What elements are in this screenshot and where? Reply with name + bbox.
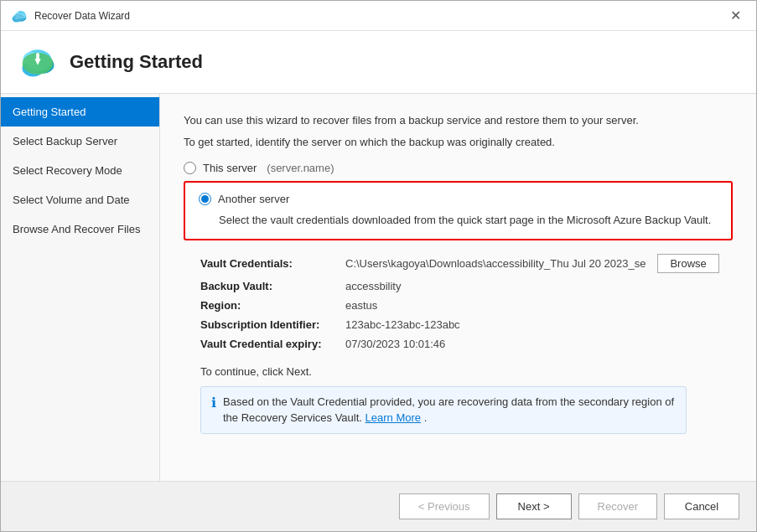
footer: < Previous Next > Recover Cancel <box>1 481 756 531</box>
server-name-value: (server.name) <box>267 162 334 174</box>
header: Getting Started <box>1 31 756 94</box>
main-layout: Getting Started Select Backup Server Sel… <box>1 94 756 481</box>
intro-line2: To get started, identify the server on w… <box>184 134 733 151</box>
vault-expiry-row: Vault Credential expiry: 07/30/2023 10:0… <box>200 338 733 350</box>
another-server-desc: Select the vault credentials downloaded … <box>219 212 718 229</box>
next-button[interactable]: Next > <box>496 493 572 519</box>
svg-rect-10 <box>36 53 39 60</box>
region-row: Region: eastus <box>200 299 733 312</box>
region-value: eastus <box>345 299 377 312</box>
region-label: Region: <box>200 299 339 312</box>
recover-button[interactable]: Recover <box>578 493 657 519</box>
svg-point-3 <box>13 14 24 21</box>
cancel-button[interactable]: Cancel <box>664 493 739 519</box>
vault-expiry-value: 07/30/2023 10:01:46 <box>345 338 445 350</box>
vault-credentials-value: C:\Users\kagoya\Downloads\accessibility_… <box>345 257 646 270</box>
intro-line1: You can use this wizard to recover files… <box>184 112 733 129</box>
previous-button[interactable]: < Previous <box>399 493 490 519</box>
title-bar: Recover Data Wizard ✕ <box>1 1 756 31</box>
credentials-table: Vault Credentials: C:\Users\kagoya\Downl… <box>200 254 733 350</box>
info-box: ℹ Based on the Vault Credential provided… <box>200 386 687 434</box>
another-server-row: Another server <box>199 193 718 205</box>
subscription-id-row: Subscription Identifier: 123abc-123abc-1… <box>200 318 733 331</box>
another-server-box: Another server Select the vault credenti… <box>184 181 733 240</box>
title-bar-left: Recover Data Wizard <box>11 8 130 24</box>
close-button[interactable]: ✕ <box>725 6 746 25</box>
sidebar-item-browse-recover-files[interactable]: Browse And Recover Files <box>1 214 159 244</box>
app-icon <box>11 8 28 24</box>
info-text-period: . <box>424 411 428 424</box>
learn-more-link[interactable]: Learn More <box>366 411 421 424</box>
subscription-id-value: 123abc-123abc-123abc <box>345 318 460 331</box>
subscription-id-label: Subscription Identifier: <box>200 318 339 331</box>
sidebar: Getting Started Select Backup Server Sel… <box>1 94 160 481</box>
another-server-label[interactable]: Another server <box>218 193 289 205</box>
another-server-radio[interactable] <box>199 193 211 205</box>
server-selection-section: This server (server.name) Another server… <box>184 162 733 434</box>
window-title: Recover Data Wizard <box>34 10 130 22</box>
sidebar-item-select-backup-server[interactable]: Select Backup Server <box>1 127 159 156</box>
vault-expiry-label: Vault Credential expiry: <box>200 338 339 350</box>
content-area: You can use this wizard to recover files… <box>160 94 756 481</box>
sidebar-item-getting-started[interactable]: Getting Started <box>1 97 159 127</box>
backup-vault-row: Backup Vault: accessbility <box>200 280 733 292</box>
browse-button[interactable]: Browse <box>657 254 718 273</box>
continue-text: To continue, click Next. <box>200 365 733 378</box>
window: Recover Data Wizard ✕ Getting Started Ge… <box>0 0 757 532</box>
this-server-row: This server (server.name) <box>184 162 733 174</box>
info-icon: ℹ <box>211 395 216 411</box>
info-text-main: Based on the Vault Credential provided, … <box>223 395 674 425</box>
sidebar-item-select-volume-date[interactable]: Select Volume and Date <box>1 185 159 214</box>
backup-vault-value: accessbility <box>345 280 401 292</box>
this-server-radio[interactable] <box>184 162 196 174</box>
this-server-label[interactable]: This server <box>203 162 257 174</box>
sidebar-item-select-recovery-mode[interactable]: Select Recovery Mode <box>1 156 159 185</box>
backup-vault-label: Backup Vault: <box>200 280 339 292</box>
header-logo-icon <box>18 42 58 82</box>
vault-credentials-label: Vault Credentials: <box>200 257 339 270</box>
page-title: Getting Started <box>70 51 203 73</box>
info-text: Based on the Vault Credential provided, … <box>223 394 676 426</box>
vault-credentials-row: Vault Credentials: C:\Users\kagoya\Downl… <box>200 254 733 273</box>
